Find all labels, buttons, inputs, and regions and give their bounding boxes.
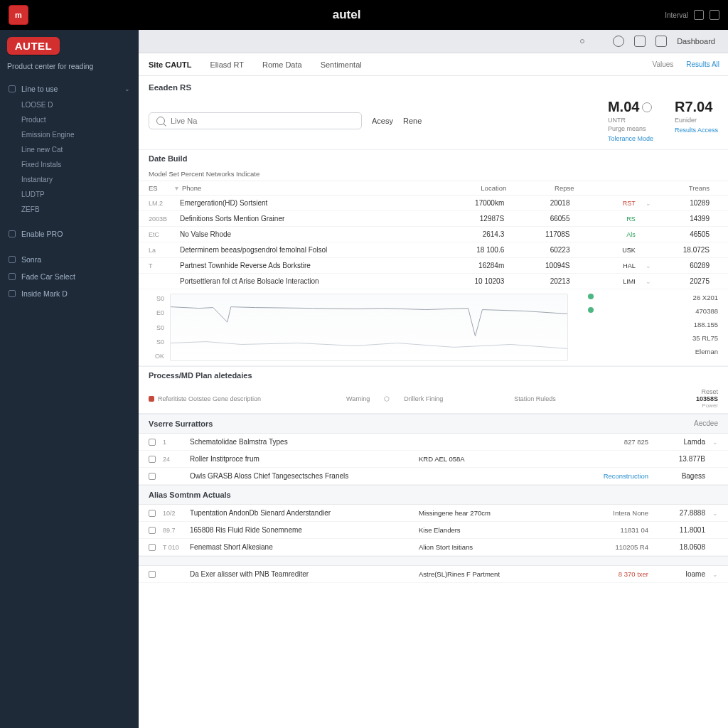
table-row[interactable]: 2003BDefinitions Sorts Mention Grainer12… — [139, 211, 728, 227]
nav-sub-item[interactable]: Emission Engine — [21, 127, 139, 142]
window-control-icon[interactable] — [710, 10, 719, 20]
row-c3: 20018 — [513, 199, 578, 207]
list-item[interactable]: Owls GRASB Aloss Chief Tangesectsches Fr… — [139, 468, 728, 485]
list-item[interactable]: 24Roller Institproce frumKRD AEL 058A13.… — [139, 451, 728, 468]
table-row[interactable]: Portsettleran fol ct Arise Bolsacle Inte… — [139, 274, 728, 289]
row-c5: 14399 — [653, 215, 718, 223]
metric-value: M.04 — [608, 99, 639, 115]
chevron-down-icon[interactable]: ⌄ — [644, 262, 653, 269]
search-row: Acesy Rene M.04UNTRPurge meansTolerance … — [139, 96, 728, 149]
side-value: 35 RL75 — [692, 334, 718, 342]
y-label: S0 — [149, 324, 164, 331]
row-name: Partnest Townhide Reverse Ads Borkstire — [180, 262, 311, 269]
nav-group-sonra[interactable]: Sonra — [0, 251, 139, 268]
metric-link[interactable]: Results Access — [675, 127, 718, 134]
row-c4: Lamda — [648, 438, 705, 446]
tab[interactable]: Site CAUTL — [147, 55, 193, 75]
side-value: 188.155 — [694, 321, 718, 328]
row-name: Portsettleran fol ct Arise Bolsacle Inte… — [180, 277, 319, 285]
table-row[interactable]: EtCNo Valse Rhode2614.311708SAls46505 — [139, 227, 728, 242]
row-name: No Valse Rhode — [180, 230, 231, 238]
legend-item: Referitiste Ootstee Gene description — [158, 395, 261, 402]
nav-label: Enable PRO — [21, 230, 63, 238]
nav-sub-item[interactable]: Instantary — [21, 172, 139, 187]
row-id: T 010 — [163, 544, 183, 551]
circle-icon — [9, 85, 16, 92]
list-item[interactable]: 1Schematolidae Balmstra Types827 825Lamd… — [139, 434, 728, 451]
list-item[interactable]: T 010Fenemast Short AlkesianeAlion Stort… — [139, 539, 728, 556]
row-name: Emergeration(HD) Sortsient — [180, 199, 267, 207]
chevron-down-icon[interactable]: ⌄ — [644, 200, 653, 207]
metric-unit: UNTR — [608, 117, 653, 124]
row-c2: 2614.3 — [447, 230, 513, 238]
nav-sub-item[interactable]: ZEFB — [21, 202, 139, 217]
search-icon[interactable] — [613, 36, 624, 47]
row-id: 1 — [163, 439, 183, 446]
list-item[interactable]: 89.7165808 Ris Fluid Ride SonemnemeKise … — [139, 522, 728, 539]
list-item[interactable]: 10/2Tupentation AndonDb Sienard Andersta… — [139, 505, 728, 522]
tab-link[interactable]: Results All — [686, 60, 719, 68]
nav-sub-item[interactable]: Fixed Instals — [21, 157, 139, 172]
row-id: T — [149, 262, 173, 269]
metric-link[interactable]: Tolerance Mode — [608, 135, 653, 142]
square-icon — [9, 256, 16, 263]
tab-link[interactable]: Values — [652, 60, 673, 68]
chevron-icon[interactable]: ⌄ — [705, 439, 718, 446]
row-c4: Ioame — [648, 570, 705, 578]
nav-sub-item[interactable]: LOOSE D — [21, 97, 139, 112]
row-name: Owls GRASB Aloss Chief Tangesectsches Fr… — [190, 472, 348, 480]
row-name: 165808 Ris Fluid Ride Sonemneme — [190, 526, 302, 534]
filter-link[interactable]: Rene — [403, 117, 422, 125]
calendar-icon[interactable] — [634, 36, 646, 47]
metric: R7.04EuniderResults Access — [675, 99, 718, 134]
tab[interactable]: Eliasd RT — [209, 55, 245, 75]
table-row[interactable]: LM.2Emergeration(HD) Sortsient17000km200… — [139, 196, 728, 211]
row-name: Determinern beeas/pogsendrol femolnal Fo… — [180, 246, 327, 254]
filter-link[interactable]: Acesy — [372, 117, 393, 125]
col-treans[interactable]: Treans — [651, 184, 718, 192]
row-status: USK — [579, 247, 644, 254]
doc-icon[interactable] — [655, 36, 667, 47]
nav-group-enable[interactable]: Enable PRO — [0, 225, 139, 242]
row-c3: 66055 — [513, 215, 578, 223]
nav-sub-item[interactable]: Line new Cat — [21, 142, 139, 157]
chevron-icon[interactable]: ⌄ — [705, 571, 718, 578]
search-input[interactable] — [171, 117, 354, 125]
nav-group-line[interactable]: Line to use ⌄ — [0, 80, 139, 97]
utility-bar: Dashboard — [139, 30, 728, 53]
tab[interactable]: Rome Data — [261, 55, 304, 75]
col-status[interactable] — [583, 184, 651, 192]
col-location[interactable]: Location — [447, 184, 515, 192]
legend-right-label: Reset — [701, 388, 718, 395]
chevron-down-icon[interactable]: ⌄ — [644, 278, 653, 285]
col-repse[interactable]: Repse — [515, 184, 582, 192]
metric-sub: Eunider — [675, 117, 718, 124]
metric-sub: Purge means — [608, 125, 653, 132]
list-item[interactable]: Da Exer alisser with PNB TeamrediterAstr… — [139, 566, 728, 583]
nav-sub-item[interactable]: Product — [21, 112, 139, 127]
window-control-icon[interactable] — [694, 10, 704, 20]
chevron-icon[interactable]: ⌄ — [705, 510, 718, 517]
row-id: La — [149, 247, 173, 254]
nav-label: Fade Car Select — [21, 272, 75, 281]
nav-sub-item[interactable]: LUDTP — [21, 187, 139, 202]
tab[interactable]: Sentimental — [319, 55, 363, 75]
table-row[interactable]: LaDeterminern beeas/pogsendrol femolnal … — [139, 242, 728, 258]
row-c3: 8 370 txer — [570, 570, 648, 578]
table-note: Model Set Percent Networks Indicate — [149, 170, 447, 178]
dashboard-link[interactable]: Dashboard — [677, 37, 715, 46]
legend-item: Drillerk Fining — [404, 395, 443, 402]
nav-item[interactable]: Inside Mark D — [0, 285, 139, 302]
line-chart — [170, 294, 568, 361]
row-status: LIMI — [579, 278, 644, 285]
row-c5: 20275 — [653, 277, 718, 285]
brand-tagline: Product center for reading — [0, 62, 139, 80]
search-input-wrap[interactable] — [149, 112, 362, 129]
nav-label: Line to use — [21, 85, 58, 93]
legend-item: Station Ruleds — [514, 395, 556, 402]
row-c3: 60223 — [513, 246, 578, 254]
row-status: RST — [579, 200, 644, 207]
table-row[interactable]: TPartnest Townhide Reverse Ads Borkstire… — [139, 258, 728, 274]
col-phone: Phone — [182, 184, 201, 192]
nav-item[interactable]: Fade Car Select — [0, 268, 139, 285]
